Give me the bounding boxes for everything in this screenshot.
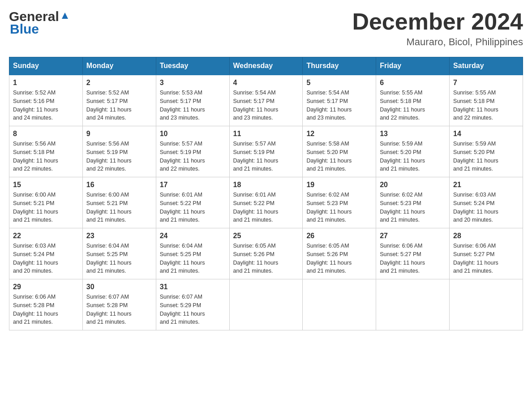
calendar-cell: 1 Sunrise: 5:52 AM Sunset: 5:16 PM Dayli… xyxy=(9,75,83,126)
day-info: Sunrise: 5:55 AM Sunset: 5:18 PM Dayligh… xyxy=(453,89,519,122)
day-info: Sunrise: 5:58 AM Sunset: 5:20 PM Dayligh… xyxy=(306,140,372,173)
day-number: 21 xyxy=(453,181,519,189)
title-block: December 2024 Mauraro, Bicol, Philippine… xyxy=(352,9,523,48)
day-number: 3 xyxy=(160,79,226,87)
calendar-header-row: Sunday Monday Tuesday Wednesday Thursday… xyxy=(9,57,523,75)
calendar-cell: 10 Sunrise: 5:57 AM Sunset: 5:19 PM Dayl… xyxy=(156,126,229,177)
calendar-cell: 20 Sunrise: 6:02 AM Sunset: 5:23 PM Dayl… xyxy=(376,177,450,228)
day-number: 28 xyxy=(453,232,519,240)
header-tuesday: Tuesday xyxy=(156,57,229,75)
calendar-cell: 8 Sunrise: 5:56 AM Sunset: 5:18 PM Dayli… xyxy=(9,126,83,177)
calendar-table: Sunday Monday Tuesday Wednesday Thursday… xyxy=(9,57,523,330)
day-info: Sunrise: 6:04 AM Sunset: 5:25 PM Dayligh… xyxy=(160,242,226,275)
calendar-cell: 12 Sunrise: 5:58 AM Sunset: 5:20 PM Dayl… xyxy=(303,126,376,177)
calendar-cell: 16 Sunrise: 6:00 AM Sunset: 5:21 PM Dayl… xyxy=(82,177,156,228)
logo-triangle-icon xyxy=(60,11,70,21)
week-row-1: 1 Sunrise: 5:52 AM Sunset: 5:16 PM Dayli… xyxy=(9,75,523,126)
day-number: 14 xyxy=(453,130,519,138)
calendar-cell: 18 Sunrise: 6:01 AM Sunset: 5:22 PM Dayl… xyxy=(229,177,303,228)
day-info: Sunrise: 5:56 AM Sunset: 5:19 PM Dayligh… xyxy=(86,140,152,173)
day-number: 8 xyxy=(13,130,79,138)
day-info: Sunrise: 5:59 AM Sunset: 5:20 PM Dayligh… xyxy=(380,140,446,173)
week-row-4: 22 Sunrise: 6:03 AM Sunset: 5:24 PM Dayl… xyxy=(9,228,523,279)
calendar-cell xyxy=(303,279,376,330)
day-number: 12 xyxy=(306,130,372,138)
day-number: 31 xyxy=(160,283,226,291)
page-header: General Blue December 2024 Mauraro, Bico… xyxy=(9,9,523,48)
week-row-3: 15 Sunrise: 6:00 AM Sunset: 5:21 PM Dayl… xyxy=(9,177,523,228)
week-row-5: 29 Sunrise: 6:06 AM Sunset: 5:28 PM Dayl… xyxy=(9,279,523,330)
day-number: 10 xyxy=(160,130,226,138)
header-saturday: Saturday xyxy=(450,57,523,75)
day-number: 17 xyxy=(160,181,226,189)
day-number: 2 xyxy=(86,79,152,87)
calendar-cell: 2 Sunrise: 5:52 AM Sunset: 5:17 PM Dayli… xyxy=(82,75,156,126)
week-row-2: 8 Sunrise: 5:56 AM Sunset: 5:18 PM Dayli… xyxy=(9,126,523,177)
day-info: Sunrise: 6:00 AM Sunset: 5:21 PM Dayligh… xyxy=(86,191,152,224)
day-number: 26 xyxy=(306,232,372,240)
calendar-cell: 11 Sunrise: 5:57 AM Sunset: 5:19 PM Dayl… xyxy=(229,126,303,177)
day-number: 30 xyxy=(86,283,152,291)
day-number: 19 xyxy=(306,181,372,189)
calendar-cell: 26 Sunrise: 6:05 AM Sunset: 5:26 PM Dayl… xyxy=(303,228,376,279)
day-info: Sunrise: 6:07 AM Sunset: 5:29 PM Dayligh… xyxy=(160,293,226,326)
month-title: December 2024 xyxy=(352,9,523,34)
calendar-cell: 31 Sunrise: 6:07 AM Sunset: 5:29 PM Dayl… xyxy=(156,279,229,330)
day-number: 15 xyxy=(13,181,79,189)
calendar-cell: 4 Sunrise: 5:54 AM Sunset: 5:17 PM Dayli… xyxy=(229,75,303,126)
calendar-cell: 9 Sunrise: 5:56 AM Sunset: 5:19 PM Dayli… xyxy=(82,126,156,177)
day-info: Sunrise: 6:05 AM Sunset: 5:26 PM Dayligh… xyxy=(233,242,299,275)
day-info: Sunrise: 6:05 AM Sunset: 5:26 PM Dayligh… xyxy=(306,242,372,275)
calendar-cell: 27 Sunrise: 6:06 AM Sunset: 5:27 PM Dayl… xyxy=(376,228,450,279)
day-info: Sunrise: 5:57 AM Sunset: 5:19 PM Dayligh… xyxy=(233,140,299,173)
calendar-cell: 24 Sunrise: 6:04 AM Sunset: 5:25 PM Dayl… xyxy=(156,228,229,279)
day-info: Sunrise: 6:03 AM Sunset: 5:24 PM Dayligh… xyxy=(13,242,79,275)
calendar-cell: 21 Sunrise: 6:03 AM Sunset: 5:24 PM Dayl… xyxy=(450,177,523,228)
day-info: Sunrise: 6:04 AM Sunset: 5:25 PM Dayligh… xyxy=(86,242,152,275)
day-number: 29 xyxy=(13,283,79,291)
day-number: 23 xyxy=(86,232,152,240)
day-number: 16 xyxy=(86,181,152,189)
day-info: Sunrise: 6:07 AM Sunset: 5:28 PM Dayligh… xyxy=(86,293,152,326)
calendar-cell: 29 Sunrise: 6:06 AM Sunset: 5:28 PM Dayl… xyxy=(9,279,83,330)
calendar-cell: 28 Sunrise: 6:06 AM Sunset: 5:27 PM Dayl… xyxy=(450,228,523,279)
calendar-cell: 25 Sunrise: 6:05 AM Sunset: 5:26 PM Dayl… xyxy=(229,228,303,279)
day-number: 9 xyxy=(86,130,152,138)
calendar-cell xyxy=(229,279,303,330)
day-number: 4 xyxy=(233,79,299,87)
day-info: Sunrise: 5:54 AM Sunset: 5:17 PM Dayligh… xyxy=(306,89,372,122)
day-number: 22 xyxy=(13,232,79,240)
calendar-cell: 13 Sunrise: 5:59 AM Sunset: 5:20 PM Dayl… xyxy=(376,126,450,177)
logo: General Blue xyxy=(9,9,70,37)
calendar-cell: 3 Sunrise: 5:53 AM Sunset: 5:17 PM Dayli… xyxy=(156,75,229,126)
day-info: Sunrise: 6:01 AM Sunset: 5:22 PM Dayligh… xyxy=(233,191,299,224)
day-number: 24 xyxy=(160,232,226,240)
header-wednesday: Wednesday xyxy=(229,57,303,75)
calendar-cell: 7 Sunrise: 5:55 AM Sunset: 5:18 PM Dayli… xyxy=(450,75,523,126)
day-number: 1 xyxy=(13,79,79,87)
day-info: Sunrise: 5:52 AM Sunset: 5:17 PM Dayligh… xyxy=(86,89,152,122)
day-info: Sunrise: 5:59 AM Sunset: 5:20 PM Dayligh… xyxy=(453,140,519,173)
day-info: Sunrise: 6:03 AM Sunset: 5:24 PM Dayligh… xyxy=(453,191,519,224)
day-info: Sunrise: 6:01 AM Sunset: 5:22 PM Dayligh… xyxy=(160,191,226,224)
day-info: Sunrise: 6:02 AM Sunset: 5:23 PM Dayligh… xyxy=(380,191,446,224)
calendar-cell: 14 Sunrise: 5:59 AM Sunset: 5:20 PM Dayl… xyxy=(450,126,523,177)
header-thursday: Thursday xyxy=(303,57,376,75)
day-info: Sunrise: 6:06 AM Sunset: 5:28 PM Dayligh… xyxy=(13,293,79,326)
day-info: Sunrise: 5:53 AM Sunset: 5:17 PM Dayligh… xyxy=(160,89,226,122)
day-info: Sunrise: 5:55 AM Sunset: 5:18 PM Dayligh… xyxy=(380,89,446,122)
day-number: 27 xyxy=(380,232,446,240)
header-friday: Friday xyxy=(376,57,450,75)
calendar-cell: 30 Sunrise: 6:07 AM Sunset: 5:28 PM Dayl… xyxy=(82,279,156,330)
header-sunday: Sunday xyxy=(9,57,83,75)
calendar-cell: 22 Sunrise: 6:03 AM Sunset: 5:24 PM Dayl… xyxy=(9,228,83,279)
calendar-cell xyxy=(376,279,450,330)
day-info: Sunrise: 5:54 AM Sunset: 5:17 PM Dayligh… xyxy=(233,89,299,122)
day-number: 20 xyxy=(380,181,446,189)
day-info: Sunrise: 6:06 AM Sunset: 5:27 PM Dayligh… xyxy=(380,242,446,275)
day-number: 5 xyxy=(306,79,372,87)
header-monday: Monday xyxy=(82,57,156,75)
calendar-cell: 15 Sunrise: 6:00 AM Sunset: 5:21 PM Dayl… xyxy=(9,177,83,228)
day-number: 13 xyxy=(380,130,446,138)
calendar-cell: 23 Sunrise: 6:04 AM Sunset: 5:25 PM Dayl… xyxy=(82,228,156,279)
